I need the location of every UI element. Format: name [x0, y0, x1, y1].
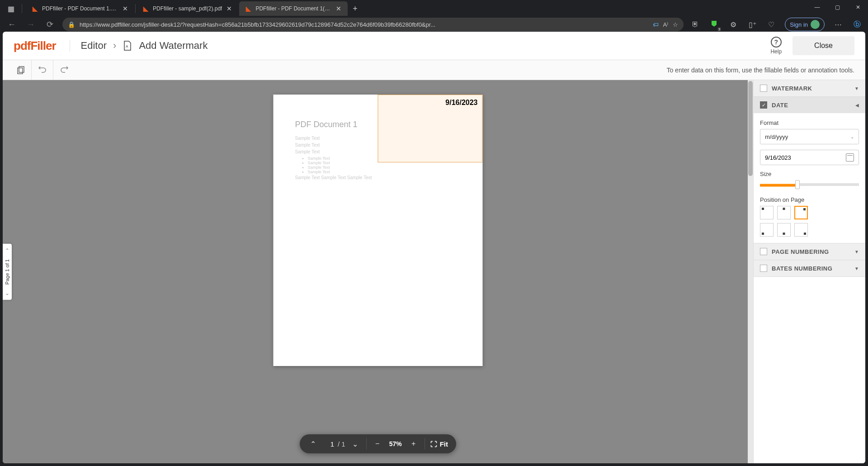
signin-label: Sign in	[790, 21, 808, 28]
position-top-left[interactable]	[760, 206, 774, 219]
browser-tab-1[interactable]: ◣ PDFfiller - sample_pdf(2).pdf ✕	[137, 1, 238, 16]
lock-icon: 🔒	[68, 21, 75, 28]
page-numbering-checkbox[interactable]	[760, 248, 767, 255]
read-aloud-icon[interactable]: A⁾	[663, 21, 669, 28]
favorites-icon[interactable]: ♡	[766, 19, 777, 30]
page-nav-tab[interactable]: ⌃ Page 1 of 1 ⌄	[3, 243, 12, 300]
bates-numbering-checkbox[interactable]	[760, 265, 767, 272]
date-checkbox[interactable]: ✓	[760, 101, 767, 109]
new-tab-button[interactable]: +	[349, 2, 361, 15]
close-tab-icon[interactable]: ✕	[335, 5, 342, 12]
url-field[interactable]: 🔒 https://www.pdffiller.com/jsfiller-des…	[62, 18, 684, 31]
prev-page-button[interactable]: ⌃	[307, 437, 320, 450]
position-label: Position on Page	[760, 196, 859, 203]
page-total: / 1	[338, 440, 345, 448]
window-controls: — ▢ ✕	[807, 0, 868, 14]
format-select[interactable]: m/d/yyyy ⌄	[760, 129, 859, 144]
collections-icon[interactable]: ▯⁺	[747, 19, 758, 30]
watermark-section: WATERMARK ▼	[754, 80, 865, 97]
pages-panel-button[interactable]	[10, 60, 32, 80]
slider-thumb[interactable]	[795, 180, 800, 189]
position-top-right[interactable]	[794, 206, 808, 219]
position-bottom-right[interactable]	[794, 223, 808, 237]
watermark-section-head[interactable]: WATERMARK ▼	[754, 80, 865, 96]
chevron-down-icon: ⌄	[850, 134, 854, 139]
adguard-icon[interactable]: ⛊3	[709, 19, 720, 30]
size-slider[interactable]	[760, 180, 859, 189]
date-section-body: Format m/d/yyyy ⌄ Size Po	[754, 113, 865, 243]
pdffiller-favicon-icon: ◣	[245, 5, 252, 12]
help-button[interactable]: ? Help	[765, 35, 787, 57]
bates-numbering-section-head[interactable]: BATES NUMBERING ▼	[754, 260, 865, 276]
breadcrumb-current: Add Watermark	[139, 40, 208, 52]
date-watermark-box[interactable]: 9/16/2023	[378, 95, 483, 162]
help-icon: ?	[771, 37, 782, 48]
page-numbering-section-title: PAGE NUMBERING	[772, 248, 850, 255]
sample-footer: Sample Text Sample Text Sample Text	[295, 175, 461, 180]
close-button[interactable]: Close	[793, 36, 854, 55]
calendar-icon[interactable]	[846, 153, 854, 162]
sample-bullet: Sample Text	[308, 165, 461, 170]
browser-tab-0[interactable]: ◣ PDFfiller - PDF Document 1.pdf ✕	[26, 1, 134, 16]
pdffiller-favicon-icon: ◣	[142, 5, 149, 12]
zoom-in-button[interactable]: +	[407, 437, 420, 450]
browser-tab-2[interactable]: ◣ PDFfiller - PDF Document 1(1).pd ✕	[239, 1, 348, 16]
date-input-field[interactable]	[765, 154, 846, 161]
more-icon[interactable]: ⋯	[833, 19, 844, 30]
tab-title: PDFfiller - PDF Document 1(1).pd	[255, 5, 331, 12]
breadcrumb-root[interactable]: Editor	[81, 40, 107, 52]
main: ⌃ Page 1 of 1 ⌄ 9/16/2023 PDF Document 1…	[3, 80, 865, 463]
close-window-button[interactable]: ✕	[848, 0, 868, 14]
redo-button[interactable]	[53, 60, 75, 80]
maximize-button[interactable]: ▢	[827, 0, 848, 14]
watermark-page-icon: A	[123, 41, 132, 51]
scrollbar-thumb[interactable]	[748, 81, 753, 176]
format-label: Format	[760, 119, 859, 126]
position-top-center[interactable]	[777, 206, 791, 219]
toolbar-hint: To enter data on this form, use the fill…	[666, 67, 858, 74]
date-section-head[interactable]: ✓ DATE ◀	[754, 97, 865, 113]
url-text: https://www.pdffiller.com/jsfiller-desk1…	[80, 21, 648, 28]
logo: pdfFiller	[14, 39, 56, 53]
next-page-button[interactable]: ⌄	[349, 437, 362, 450]
zoom-out-button[interactable]: −	[371, 437, 384, 450]
avatar	[811, 20, 820, 29]
canvas-area[interactable]: ⌃ Page 1 of 1 ⌄ 9/16/2023 PDF Document 1…	[3, 80, 753, 463]
app: pdfFiller Editor › A Add Watermark ? Hel…	[3, 32, 865, 463]
signin-button[interactable]: Sign in	[785, 18, 825, 31]
refresh-button[interactable]: ⟳	[43, 18, 56, 31]
page-input[interactable]	[323, 440, 334, 448]
caret-left-icon: ◀	[855, 103, 859, 108]
tab-actions-icon[interactable]: ▦	[4, 1, 18, 16]
help-label: Help	[770, 48, 782, 55]
favorite-icon[interactable]: ☆	[673, 21, 678, 28]
pdf-page[interactable]: 9/16/2023 PDF Document 1 Sample Text Sam…	[274, 95, 483, 366]
position-bottom-left[interactable]	[760, 223, 774, 237]
page-up-icon[interactable]: ⌃	[5, 247, 9, 253]
zoom-bar: ⌃ / 1 ⌄ − 57% + ⛶ Fit	[300, 434, 456, 453]
address-bar: ← → ⟳ 🔒 https://www.pdffiller.com/jsfill…	[0, 17, 868, 32]
position-grid	[760, 206, 859, 237]
page-numbering-section-head[interactable]: PAGE NUMBERING ▼	[754, 243, 865, 260]
close-tab-icon[interactable]: ✕	[226, 5, 233, 12]
extensions-icon[interactable]: ⚙	[728, 19, 739, 30]
date-input[interactable]	[760, 150, 859, 165]
caret-down-icon: ▼	[854, 86, 859, 91]
size-label: Size	[760, 171, 859, 177]
price-tag-icon[interactable]: 🏷	[653, 21, 659, 28]
position-bottom-center[interactable]	[777, 223, 791, 237]
close-tab-icon[interactable]: ✕	[122, 5, 129, 12]
shield-icon[interactable]: ⛨	[690, 19, 701, 30]
undo-button[interactable]	[32, 60, 53, 80]
minimize-button[interactable]: —	[807, 0, 827, 14]
watermark-checkbox[interactable]	[760, 85, 767, 92]
fit-button[interactable]: ⛶ Fit	[425, 440, 453, 448]
date-section: ✓ DATE ◀ Format m/d/yyyy ⌄ Size	[754, 97, 865, 243]
bates-numbering-section: BATES NUMBERING ▼	[754, 260, 865, 277]
bing-icon[interactable]: ⓑ	[852, 19, 863, 30]
right-panel: WATERMARK ▼ ✓ DATE ◀ Format m/d/yyyy ⌄	[753, 80, 865, 463]
back-button[interactable]: ←	[5, 18, 18, 31]
page-down-icon[interactable]: ⌄	[5, 290, 9, 296]
breadcrumb: Editor › A Add Watermark	[70, 40, 208, 52]
scrollbar[interactable]	[748, 80, 753, 463]
